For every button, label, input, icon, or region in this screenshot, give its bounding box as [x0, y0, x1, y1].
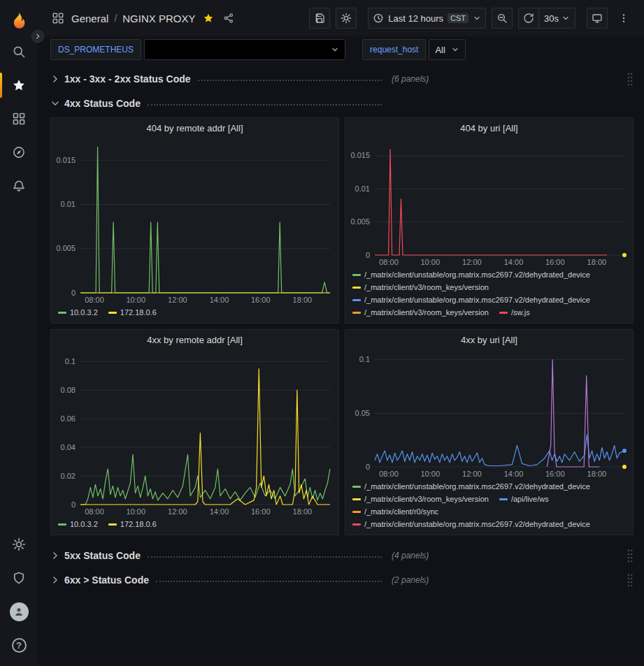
sidebar-item-alerting[interactable] [0, 169, 38, 203]
svg-text:0.04: 0.04 [61, 443, 76, 451]
svg-text:0.005: 0.005 [350, 217, 370, 226]
chart-404-by-uri[interactable]: 00.0050.010.01508:0010:0012:0014:0016:00… [345, 136, 633, 268]
panel-4xx-by-uri: 4xx by uri [All] 00.050.108:0010:0012:00… [345, 329, 634, 535]
legend-series-label: /_matrix/client/v3/room_keys/version [364, 282, 489, 293]
sidebar-expand-button[interactable] [31, 30, 44, 43]
legend-series-label: 172.18.0.6 [120, 307, 157, 318]
favorite-star-button[interactable] [203, 13, 214, 24]
svg-text:0.01: 0.01 [355, 184, 370, 193]
refresh-icon [523, 13, 534, 24]
panel-title[interactable]: 4xx by uri [All] [345, 330, 633, 347]
gear-icon [341, 13, 352, 24]
grafana-logo[interactable] [8, 10, 29, 31]
legend-series-color [352, 523, 361, 526]
sidebar-item-dashboards[interactable] [0, 102, 38, 136]
legend-item[interactable]: /sw.js [499, 307, 530, 318]
legend-item[interactable]: /api/live/ws [499, 494, 549, 505]
row-toggle-6xx[interactable]: 6xx > Status Code [50, 574, 385, 586]
legend-item[interactable]: /_matrix/client/unstable/org.matrix.msc2… [352, 295, 590, 305]
legend-item[interactable]: 10.0.3.2 [58, 519, 98, 530]
dashboard-settings-button[interactable] [336, 8, 357, 29]
sidebar-item-starred[interactable] [0, 68, 38, 102]
grafana-app: ? General / NGINX PROXY [0, 0, 644, 666]
svg-text:0.015: 0.015 [350, 151, 370, 159]
panel-title[interactable]: 4xx by remote addr [All] [51, 330, 338, 347]
svg-text:16:00: 16:00 [251, 296, 271, 304]
legend-series-color [108, 523, 117, 526]
variable-label: request_host [362, 39, 426, 60]
breadcrumb-dashboard-title[interactable]: NGINX PROXY [122, 13, 195, 24]
legend-item[interactable]: 172.18.0.6 [108, 519, 157, 530]
save-icon [314, 13, 325, 24]
flame-icon [8, 10, 29, 31]
svg-text:0: 0 [366, 251, 370, 259]
legend-series-color [352, 274, 361, 276]
request-host-select[interactable]: All [429, 39, 465, 60]
save-dashboard-button[interactable] [309, 8, 330, 29]
dashboard-row-4xx: 4xx Status Code [50, 93, 634, 114]
legend-item[interactable]: /_matrix/client/v3/room_keys/version [352, 307, 489, 318]
row-drag-handle[interactable] [627, 72, 634, 87]
svg-text:16:00: 16:00 [251, 507, 271, 516]
svg-text:08:00: 08:00 [379, 470, 399, 478]
sidebar-item-explore[interactable] [0, 136, 38, 169]
svg-text:18:00: 18:00 [293, 507, 313, 516]
legend-item[interactable]: /_matrix/client/unstable/org.matrix.msc2… [352, 482, 590, 492]
sidebar-item-configuration[interactable] [0, 528, 38, 561]
breadcrumb-separator: / [114, 13, 117, 24]
svg-text:18:00: 18:00 [293, 296, 313, 304]
chart-4xx-by-remote-addr[interactable]: 00.020.040.060.080.108:0010:0012:0014:00… [51, 347, 338, 517]
zoom-out-time-button[interactable] [492, 8, 513, 29]
legend-item[interactable]: 10.0.3.2 [58, 307, 98, 318]
svg-text:10:00: 10:00 [420, 258, 440, 266]
datasource-select[interactable] [144, 39, 345, 60]
row-drag-handle[interactable] [627, 573, 634, 588]
breadcrumb-folder[interactable]: General [71, 13, 108, 24]
refresh-interval-dropdown[interactable]: 30s [539, 8, 575, 28]
chart-4xx-by-uri[interactable]: 00.050.108:0010:0012:0014:0016:0018:00 [345, 347, 633, 479]
panel-title[interactable]: 404 by remote addr [All] [51, 118, 338, 136]
svg-text:08:00: 08:00 [85, 296, 104, 304]
legend-series-color [108, 312, 117, 314]
panel-legend: 10.0.3.2172.18.0.6 [51, 517, 338, 535]
share-dashboard-button[interactable] [223, 13, 234, 24]
legend-item[interactable]: 172.18.0.6 [108, 307, 157, 318]
cycle-view-button[interactable] [587, 8, 608, 29]
share-icon [223, 13, 234, 24]
row-toggle-5xx[interactable]: 5xx Status Code [50, 550, 385, 561]
row-toggle-1xx[interactable]: 1xx - 3xx - 2xx Status Code [50, 73, 385, 85]
legend-item[interactable]: /_matrix/client/unstable/org.matrix.msc2… [352, 519, 590, 530]
legend-item[interactable]: /_matrix/client/v3/room_keys/version [352, 282, 489, 293]
row-panel-count: (2 panels) [392, 575, 429, 585]
legend-series-label: /_matrix/client/v3/room_keys/version [364, 307, 489, 318]
panel-title[interactable]: 404 by uri [All] [345, 118, 633, 136]
sidebar-top-nav [0, 35, 38, 203]
legend-series-label: 10.0.3.2 [70, 307, 98, 318]
legend-series-label: /_matrix/client/unstable/org.matrix.msc2… [364, 482, 590, 492]
chevron-right-icon [50, 575, 60, 585]
refresh-interval-value: 30s [544, 13, 559, 24]
svg-text:14:00: 14:00 [210, 296, 229, 304]
dashboard-row-1xx: 1xx - 3xx - 2xx Status Code (6 panels) [50, 68, 634, 89]
sidebar-item-profile[interactable] [0, 595, 38, 628]
shield-icon [12, 571, 26, 585]
legend-item[interactable]: /_matrix/client/v3/room_keys/version [352, 494, 489, 505]
help-glyph: ? [16, 640, 22, 651]
svg-text:14:00: 14:00 [210, 507, 229, 516]
chevron-right-icon [34, 33, 41, 40]
time-range-picker[interactable]: Last 12 hours CST [368, 8, 486, 29]
sidebar-item-server-admin[interactable] [0, 561, 38, 595]
row-toggle-4xx[interactable]: 4xx Status Code [50, 98, 385, 109]
svg-text:16:00: 16:00 [545, 470, 565, 478]
refresh-button[interactable] [519, 8, 538, 28]
legend-item[interactable]: /_matrix/client/r0/sync [352, 507, 438, 517]
sidebar-item-help[interactable]: ? [0, 628, 38, 662]
row-dotted-line [148, 104, 382, 106]
bell-icon [12, 179, 26, 193]
kebab-menu-button[interactable] [613, 8, 634, 29]
chart-404-by-remote-addr[interactable]: 00.0050.010.01508:0010:0012:0014:0016:00… [51, 136, 338, 305]
dashboard-row-6xx: 6xx > Status Code (2 panels) [50, 570, 634, 591]
legend-item[interactable]: /_matrix/client/unstable/org.matrix.msc2… [352, 270, 590, 280]
svg-text:14:00: 14:00 [504, 470, 524, 478]
row-drag-handle[interactable] [627, 549, 634, 563]
